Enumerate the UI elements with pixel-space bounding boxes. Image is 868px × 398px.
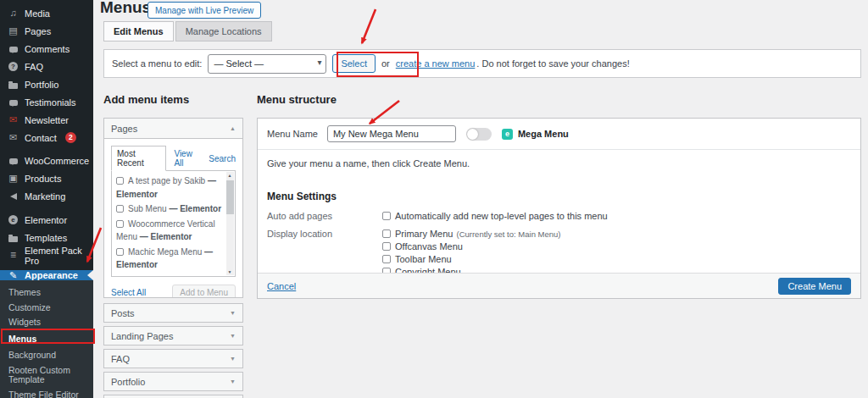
select-all-link[interactable]: Select All [111,288,146,297]
chevron-down-icon: ▼ [230,356,236,362]
wordpress-admin-menus-page: Media Pages Comments ?FAQ Portfolio Test… [0,0,868,398]
accordion-portfolio[interactable]: Portfolio▼ [103,372,243,391]
scrollbar[interactable] [226,172,234,275]
location-option: Primary Menu(Currently set to: Main Menu… [382,229,560,239]
sidebar-item-label: Pages [25,26,51,36]
submenu-item-menus[interactable]: Menus [0,330,93,349]
templates-icon [8,235,19,240]
tab-search[interactable]: Search [209,154,236,163]
sidebar-item-label: Products [25,174,61,184]
display-location-row: Display location Primary Menu(Currently … [267,229,851,279]
menu-settings-heading: Menu Settings [267,191,851,202]
pages-panel-header[interactable]: Pages ▲ [104,119,242,139]
create-menu-button[interactable]: Create Menu [778,278,851,295]
page-checkbox[interactable] [116,177,124,185]
sidebar-item-label: Contact [25,133,57,143]
sidebar-item-newsletter[interactable]: Newsletter [0,111,93,129]
menu-name-input[interactable] [327,125,456,142]
page-checkbox[interactable] [116,276,124,278]
sidebar-item-pages[interactable]: Pages [0,22,93,40]
auto-add-pages-row: Auto add pages Automatically add new top… [267,211,851,221]
manage-with-live-preview-button[interactable]: Manage with Live Preview [147,2,261,19]
tab-manage-locations[interactable]: Manage Locations [175,21,272,41]
menu-name-row: Menu Name Mega Menu [258,119,860,150]
scrollbar-thumb[interactable] [226,180,234,214]
sidebar-item-label: Appearance [25,270,78,280]
accordion-title: Portfolio [111,377,145,387]
sidebar-item-woocommerce[interactable]: WooCommerce [0,152,93,169]
sidebar-item-portfolio[interactable]: Portfolio [0,75,93,93]
page-state-text: — Elementor [169,204,221,213]
location-note: (Currently set to: Main Menu) [456,229,560,239]
submenu-item-widgets[interactable]: Widgets [0,315,93,330]
accordion-faq[interactable]: FAQ▼ [103,349,243,368]
submenu-item-customize[interactable]: Customize [0,301,93,316]
submenu-item-themes[interactable]: Themes [0,285,93,301]
create-new-menu-link[interactable]: create a new menu [396,58,476,69]
primary-menu-checkbox[interactable] [382,229,391,238]
sidebar-item-elementor[interactable]: eElementor [0,211,93,229]
sidebar-item-templates[interactable]: Templates [0,229,93,246]
question-icon: ? [8,62,19,71]
sidebar-item-label: Media [25,8,50,19]
submenu-item-background[interactable]: Background [0,348,93,363]
mega-menu-toggle[interactable] [466,128,492,141]
sidebar-item-marketing[interactable]: Marketing [0,187,93,205]
menu-select-dropdown[interactable]: — Select — [208,54,326,74]
menu-name-label: Menu Name [267,129,318,139]
location-label: Offcanvas Menu [395,241,463,252]
tab-most-recent[interactable]: Most Recent [111,146,166,171]
sidebar-item-label: Marketing [25,191,65,202]
woocommerce-icon [8,158,19,163]
menu-structure-heading: Menu structure [257,93,337,106]
page-list-item: Woocommerce Vertical Menu — Elementor [116,218,223,244]
sidebar-item-products[interactable]: Products [0,169,93,187]
tab-edit-menus[interactable]: Edit Menus [103,21,174,41]
sidebar-item-contact[interactable]: Contact2 [0,129,93,146]
select-menu-label: Select a menu to edit: [112,58,202,69]
location-label: Primary Menu [395,229,453,239]
accordion-title: FAQ [111,354,130,364]
sidebar-item-testimonials[interactable]: Testimonials [0,93,93,111]
page-checkbox[interactable] [116,220,124,228]
offcanvas-menu-checkbox[interactable] [382,242,391,251]
sidebar-item-media[interactable]: Media [0,4,93,22]
contact-count-badge: 2 [65,132,76,143]
accordion-posts[interactable]: Posts▼ [103,303,243,323]
page-list-item: Adidas — Elementor [116,274,223,278]
sidebar-item-faq[interactable]: ?FAQ [0,58,93,75]
submenu-item-theme-file-editor[interactable]: Theme File Editor [0,388,93,398]
sidebar-item-element-pack-pro[interactable]: Element Pack Pro [0,246,93,264]
page-checkbox[interactable] [116,248,124,256]
toggle-knob [467,129,478,140]
sidebar-group-content: Media Pages Comments ?FAQ Portfolio Test… [0,0,93,146]
sidebar-group-commerce: WooCommerce Products Marketing [0,152,93,205]
sidebar-item-appearance[interactable]: Appearance [0,270,93,280]
auto-add-checkbox[interactable] [382,212,391,220]
select-button[interactable]: Select [332,54,376,73]
cancel-link[interactable]: Cancel [267,281,296,291]
mega-menu-label: Mega Menu [518,129,569,139]
sidebar-item-label: FAQ [25,62,43,72]
display-location-options: Primary Menu(Currently set to: Main Menu… [382,229,560,279]
submenu-item-rooten-custom-template[interactable]: Rooten Custom Template [0,363,93,388]
chevron-up-icon[interactable]: ▲ [230,125,236,131]
menu-select-bar: Select a menu to edit: — Select — Select… [103,49,861,78]
page-state-text: — Elementor [156,275,209,278]
chevron-down-icon: ▼ [230,310,236,316]
page-checkbox[interactable] [116,205,124,213]
display-location-label: Display location [267,229,382,279]
appearance-submenu: Themes Customize Widgets Menus Backgroun… [0,280,93,398]
pages-icon [8,26,19,36]
tab-view-all[interactable]: View All [174,149,201,168]
sidebar-group-tools: eElementor Templates Element Pack Pro [0,211,93,264]
accordion-landing-pages[interactable]: Landing Pages▼ [103,326,243,345]
folder-icon [8,81,19,87]
pages-panel-body: Most Recent View All Search A test page … [104,139,242,298]
main-content: Menus Manage with Live Preview Edit Menu… [93,0,868,398]
add-to-menu-button[interactable]: Add to Menu [172,285,236,298]
toolbar-menu-checkbox[interactable] [382,255,391,263]
location-label: Toolbar Menu [395,254,452,264]
chevron-down-icon: ▼ [230,379,236,384]
sidebar-item-comments[interactable]: Comments [0,40,93,58]
